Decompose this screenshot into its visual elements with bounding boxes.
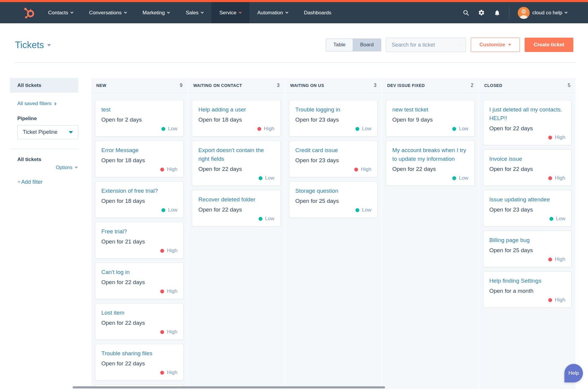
ticket-title-link[interactable]: Free trial? — [101, 227, 177, 236]
ticket-title-link[interactable]: Error Message — [101, 146, 177, 154]
column-cards: Help adding a userOpen for 18 daysHighEx… — [188, 93, 284, 226]
ticket-title-link[interactable]: Trouble logging in — [295, 105, 371, 114]
column-count: 3 — [277, 83, 280, 88]
priority-label: High — [555, 134, 565, 140]
account-menu[interactable]: cloud co help — [518, 7, 567, 19]
create-ticket-button[interactable]: Create ticket — [525, 38, 573, 52]
header-controls: Table Board Customize Create ticket — [326, 38, 573, 52]
ticket-card[interactable]: Can't log inOpen for 22 daysHigh — [95, 263, 184, 299]
ticket-title-link[interactable]: Billing page bug — [489, 236, 565, 244]
priority-dot-icon — [161, 127, 165, 131]
board-column-dev-issue-fixed: DEV ISSUE FIXED2new test ticketOpen for … — [382, 78, 478, 389]
ticket-title-link[interactable]: Extension of free trial? — [101, 186, 177, 195]
ticket-card[interactable]: Issue updating attendeeOpen for 23 daysL… — [483, 190, 572, 226]
ticket-card[interactable]: My account breaks when I try to update m… — [386, 141, 474, 186]
pipeline-dropdown[interactable]: Ticket Pipeline — [17, 125, 78, 139]
ticket-card[interactable]: Trouble sharing filesOpen for 22 daysHig… — [95, 344, 184, 380]
ticket-priority: Low — [198, 174, 274, 182]
filters-heading: All tickets — [17, 157, 78, 163]
customize-button[interactable]: Customize — [471, 38, 520, 52]
hubspot-logo-icon[interactable] — [23, 6, 36, 19]
search-input[interactable] — [392, 42, 461, 48]
ticket-card[interactable]: Storage questionOpen for 25 daysLow — [289, 181, 378, 218]
ticket-card[interactable]: Error MessageOpen for 18 daysHigh — [95, 141, 184, 177]
ticket-title-link[interactable]: Help finding Settings — [489, 276, 565, 285]
ticket-title-link[interactable]: My account breaks when I try to update m… — [392, 146, 468, 163]
top-nav: ContactsConversationsMarketingSalesServi… — [0, 2, 588, 23]
priority-label: Low — [168, 126, 177, 132]
ticket-age: Open for 25 days — [295, 197, 371, 205]
ticket-title-link[interactable]: Issue updating attendee — [489, 195, 565, 204]
settings-gear-icon[interactable] — [478, 9, 485, 16]
nav-item-contacts[interactable]: Contacts — [40, 2, 81, 23]
priority-dot-icon — [161, 208, 165, 212]
ticket-card[interactable]: Help adding a userOpen for 18 daysHigh — [192, 100, 280, 137]
ticket-title-link[interactable]: Trouble sharing files — [101, 349, 177, 358]
ticket-priority: High — [489, 174, 565, 182]
ticket-card[interactable]: Lost itemOpen for 22 daysHigh — [95, 303, 184, 340]
ticket-card[interactable]: Export doesn't contain the right fieldsO… — [192, 141, 280, 186]
ticket-title-link[interactable]: Storage question — [295, 186, 371, 195]
ticket-age: Open for 22 days — [198, 205, 274, 214]
options-menu[interactable]: Options — [10, 165, 78, 170]
ticket-card[interactable]: Free trial?Open for 21 daysHigh — [95, 222, 184, 258]
ticket-card[interactable]: Invoice issueOpen for 22 daysHigh — [483, 149, 572, 186]
ticket-card[interactable]: I just deleted all my contacts. HELP!!Op… — [483, 100, 572, 145]
ticket-priority: Low — [101, 125, 177, 133]
ticket-title-link[interactable]: Recover deleted folder — [198, 195, 274, 204]
ticket-title-link[interactable]: Lost item — [101, 308, 177, 317]
sidebar-divider — [10, 149, 78, 149]
page-title[interactable]: Tickets — [15, 40, 51, 50]
ticket-title-link[interactable]: I just deleted all my contacts. HELP!! — [489, 105, 565, 122]
priority-dot-icon — [548, 176, 552, 180]
ticket-title-link[interactable]: test — [101, 105, 177, 114]
ticket-card[interactable]: Help finding SettingsOpen for a monthHig… — [483, 271, 572, 308]
horizontal-scrollbar[interactable] — [73, 386, 385, 388]
table-view-button[interactable]: Table — [326, 39, 353, 51]
ticket-card[interactable]: Trouble logging inOpen for 23 daysLow — [289, 100, 378, 137]
add-filter-button[interactable]: + Add filter — [17, 179, 78, 185]
ticket-priority: High — [489, 134, 565, 141]
nav-item-dashboards[interactable]: Dashboards — [296, 2, 340, 23]
ticket-card[interactable]: Billing page bugOpen for 25 daysHigh — [483, 231, 572, 267]
ticket-title-link[interactable]: Invoice issue — [489, 154, 565, 163]
ticket-title-link[interactable]: new test ticket — [392, 105, 468, 114]
ticket-priority: Low — [198, 215, 274, 223]
nav-item-sales[interactable]: Sales — [178, 2, 211, 23]
ticket-title-link[interactable]: Help adding a user — [198, 105, 274, 114]
ticket-age: Open for a month — [489, 287, 565, 295]
column-cards: new test ticketOpen for 9 daysLowMy acco… — [382, 93, 478, 186]
ticket-card[interactable]: Recover deleted folderOpen for 22 daysLo… — [192, 190, 280, 226]
priority-label: High — [167, 370, 177, 376]
nav-item-service[interactable]: Service — [211, 2, 249, 23]
board-column-waiting-on-contact: WAITING ON CONTACT3Help adding a userOpe… — [188, 78, 284, 389]
ticket-card[interactable]: Extension of free trial?Open for 18 days… — [95, 181, 184, 218]
nav-item-automation[interactable]: Automation — [249, 2, 296, 23]
chevron-down-icon — [239, 11, 242, 14]
nav-item-conversations[interactable]: Conversations — [81, 2, 135, 23]
ticket-title-link[interactable]: Export doesn't contain the right fields — [198, 146, 274, 163]
priority-dot-icon — [548, 136, 552, 140]
ticket-age: Open for 18 days — [198, 115, 274, 124]
nav-item-label: Conversations — [89, 10, 122, 16]
ticket-card[interactable]: new test ticketOpen for 9 daysLow — [386, 100, 474, 137]
board-view-button[interactable]: Board — [353, 39, 381, 51]
chevron-down-icon — [565, 11, 568, 14]
column-count: 5 — [568, 83, 570, 88]
avatar — [518, 7, 530, 19]
ticket-card[interactable]: testOpen for 2 daysLow — [95, 100, 184, 137]
sidebar-item-all-tickets[interactable]: All tickets — [10, 78, 78, 93]
ticket-card[interactable]: Credit card issueOpen for 23 daysHigh — [289, 141, 378, 177]
pipeline-label: Pipeline — [17, 116, 78, 122]
search-icon[interactable] — [462, 9, 470, 16]
ticket-title-link[interactable]: Credit card issue — [295, 146, 371, 154]
notifications-bell-icon[interactable] — [494, 9, 501, 16]
help-button[interactable]: Help — [564, 364, 583, 382]
nav-item-marketing[interactable]: Marketing — [135, 2, 178, 23]
priority-label: High — [167, 329, 177, 335]
all-saved-filters-link[interactable]: All saved filters — [17, 101, 78, 107]
ticket-age: Open for 22 days — [489, 124, 565, 133]
ticket-title-link[interactable]: Can't log in — [101, 268, 177, 276]
ticket-priority: High — [198, 125, 274, 133]
column-header: CLOSED5 — [479, 78, 575, 93]
